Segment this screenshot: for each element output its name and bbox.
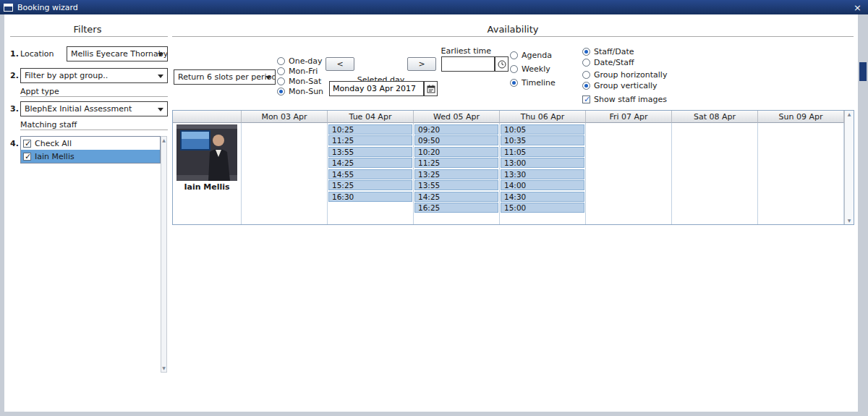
radio-icon[interactable] (582, 48, 590, 56)
slot-wed-05-apr-13-55[interactable]: 13:55 (414, 180, 498, 190)
radio-label: Mon-Sat (289, 77, 321, 86)
radio-mon-fri[interactable]: Mon-Fri (277, 66, 323, 76)
step-1-number: 1. (10, 49, 19, 59)
slot-tue-04-apr-11-25[interactable]: 11:25 (328, 135, 412, 145)
scroll-down-icon[interactable] (845, 218, 854, 224)
staff-header-cell (173, 111, 242, 123)
earliest-time-input[interactable] (441, 56, 495, 72)
clock-button[interactable] (495, 56, 509, 72)
staff-list-item-iain-mellis[interactable]: Iain Mellis (21, 150, 160, 163)
appt-type-dropdown[interactable]: BlephEx Initial Assessment (20, 101, 168, 116)
slot-tue-04-apr-16-30[interactable]: 16:30 (328, 192, 412, 202)
window-scrollbar-thumb[interactable] (859, 62, 867, 81)
slot-tue-04-apr-10-25[interactable]: 10:25 (328, 124, 412, 135)
radio-agenda[interactable]: Agenda (510, 48, 556, 62)
day-column-wed-05-apr: 09:2009:5010:2011:2513:2513:5514:2516:25 (414, 123, 500, 224)
selected-day-input[interactable] (329, 81, 424, 96)
slot-tue-04-apr-14-55[interactable]: 14:55 (328, 169, 412, 179)
scroll-up-icon[interactable] (845, 111, 854, 117)
radio-weekly[interactable]: Weekly (510, 62, 556, 76)
checkbox-icon[interactable] (23, 153, 31, 161)
radio-icon[interactable] (582, 71, 590, 79)
radio-date-staff[interactable]: Date/Staff (582, 57, 634, 68)
window-title: Booking wizard (17, 3, 78, 12)
radio-icon[interactable] (510, 79, 518, 87)
list-item-label: Iain Mellis (35, 152, 75, 161)
staff-list-item-check-all[interactable]: Check All (21, 137, 160, 150)
checkbox-icon[interactable] (582, 95, 590, 103)
slot-wed-05-apr-09-50[interactable]: 09:50 (414, 135, 498, 145)
radio-staff-date[interactable]: Staff/Date (582, 46, 634, 57)
radio-label: Weekly (522, 64, 550, 74)
booking-wizard-content: Filters 1. Location Mellis Eyecare Thorn… (4, 14, 858, 412)
day-header-thu-06-apr: Thu 06 Apr (500, 111, 586, 123)
slot-wed-05-apr-14-25[interactable]: 14:25 (414, 192, 498, 202)
calendar-button[interactable] (424, 81, 438, 96)
slot-tue-04-apr-14-25[interactable]: 14:25 (328, 158, 412, 168)
checkbox-icon[interactable] (23, 140, 31, 148)
slot-thu-06-apr-13-00[interactable]: 13:00 (501, 158, 584, 168)
slot-wed-05-apr-16-25[interactable]: 16:25 (414, 203, 498, 213)
slot-tue-04-apr-15-25[interactable]: 15:25 (328, 180, 412, 190)
prev-day-button[interactable]: < (326, 57, 354, 71)
step-3-number: 3. (10, 104, 19, 114)
day-header-sat-08-apr: Sat 08 Apr (672, 111, 758, 123)
slot-thu-06-apr-10-05[interactable]: 10:05 (501, 124, 584, 135)
slot-thu-06-apr-14-00[interactable]: 14:00 (501, 180, 584, 190)
radio-icon[interactable] (277, 88, 285, 95)
appt-type-label: Appt type (20, 87, 59, 96)
radio-icon[interactable] (582, 82, 590, 90)
scroll-down-icon[interactable] (161, 365, 166, 371)
slot-wed-05-apr-13-25[interactable]: 13:25 (414, 169, 498, 179)
scroll-up-icon[interactable] (161, 137, 166, 143)
radio-group-vertically[interactable]: Group vertically (582, 80, 667, 91)
next-day-button[interactable]: > (407, 57, 436, 71)
radio-icon[interactable] (510, 65, 518, 73)
staff-cell: Iain Mellis (173, 123, 242, 224)
day-header-fri-07-apr: Fri 07 Apr (586, 111, 672, 123)
location-label: Location (20, 49, 54, 59)
radio-icon[interactable] (510, 51, 518, 59)
radio-icon[interactable] (277, 77, 285, 85)
appt-type-dropdown-value: BlephEx Initial Assessment (25, 104, 132, 114)
show-staff-images-checkbox[interactable]: Show staff images (582, 94, 667, 104)
radio-icon[interactable] (582, 59, 590, 67)
radio-group-horizontally[interactable]: Group horizontally (582, 69, 667, 80)
calendar-icon (427, 85, 435, 93)
filters-scrollbar[interactable] (161, 136, 167, 373)
appt-group-dropdown-value: Filter by appt group.. (25, 71, 108, 80)
slot-thu-06-apr-10-35[interactable]: 10:35 (501, 135, 584, 145)
slot-thu-06-apr-11-05[interactable]: 11:05 (501, 147, 584, 157)
grid-body: Iain Mellis 10:2511:2513:5514:2514:5515:… (173, 123, 844, 224)
radio-mon-sat[interactable]: Mon-Sat (277, 76, 323, 86)
radio-mon-sun[interactable]: Mon-Sun (277, 86, 323, 96)
matching-staff-list[interactable]: Check AllIain Mellis (20, 136, 161, 164)
slot-wed-05-apr-11-25[interactable]: 11:25 (414, 158, 498, 168)
period-radio-group: One-dayMon-FriMon-SatMon-Sun (277, 56, 323, 96)
day-header-sun-09-apr: Sun 09 Apr (758, 111, 844, 123)
step-2-number: 2. (10, 71, 19, 80)
grid-scrollbar[interactable] (844, 111, 854, 224)
day-header-mon-03-apr: Mon 03 Apr (242, 111, 328, 123)
slot-thu-06-apr-15-00[interactable]: 15:00 (501, 203, 584, 213)
radio-timeline[interactable]: Timeline (510, 76, 556, 90)
slots-per-period-dropdown[interactable]: Return 6 slots per period (174, 69, 276, 85)
slot-tue-04-apr-13-55[interactable]: 13:55 (328, 147, 412, 157)
slot-thu-06-apr-14-30[interactable]: 14:30 (501, 192, 584, 202)
radio-icon[interactable] (277, 57, 285, 65)
radio-icon[interactable] (277, 67, 285, 75)
day-column-tue-04-apr: 10:2511:2513:5514:2514:5515:2516:30 (328, 123, 414, 224)
group-radio-group: Group horizontallyGroup vertically (582, 69, 667, 91)
slot-wed-05-apr-09-20[interactable]: 09:20 (414, 124, 498, 135)
slot-wed-05-apr-10-20[interactable]: 10:20 (414, 147, 498, 157)
appt-group-dropdown[interactable]: Filter by appt group.. (20, 68, 168, 83)
close-icon[interactable]: × (854, 3, 861, 12)
window-scrollbar[interactable] (858, 14, 868, 412)
radio-label: One-day (289, 56, 323, 66)
radio-one-day[interactable]: One-day (277, 56, 323, 66)
slot-thu-06-apr-13-30[interactable]: 13:30 (501, 169, 584, 179)
radio-label: Staff/Date (594, 47, 634, 56)
day-column-mon-03-apr (242, 123, 328, 224)
location-dropdown[interactable]: Mellis Eyecare Thornaby (67, 46, 168, 61)
day-column-thu-06-apr: 10:0510:3511:0513:0013:3014:0014:3015:00 (500, 123, 586, 224)
